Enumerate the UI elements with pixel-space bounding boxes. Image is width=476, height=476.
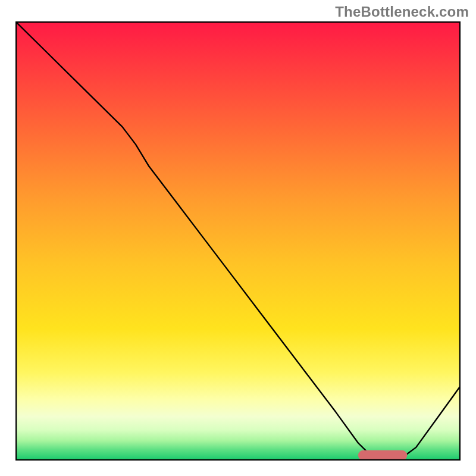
optimum-marker [358,450,407,461]
chart-plot [15,21,461,461]
watermark-text: TheBottleneck.com [335,4,469,20]
chart-svg [15,21,461,461]
chart-stage: TheBottleneck.com [0,0,476,476]
